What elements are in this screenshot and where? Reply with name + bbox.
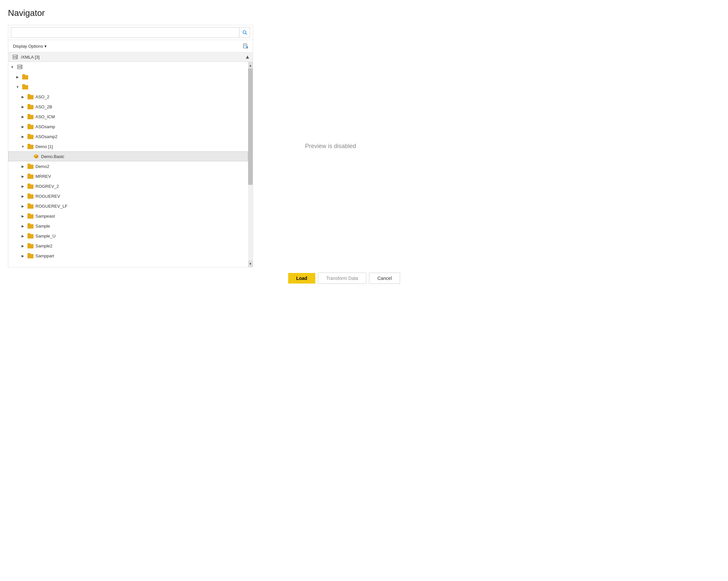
server-icon-server <box>17 64 23 70</box>
tree-toggle-sample2[interactable]: ▶ <box>20 243 26 248</box>
display-options-button[interactable]: Display Options ▾ <box>11 43 49 50</box>
server-icon <box>12 54 18 60</box>
tree-header-label: /XMLA [3] <box>21 55 40 60</box>
tree-collapse-button[interactable]: ▲ <box>245 54 250 60</box>
transform-data-button[interactable]: Transform Data <box>318 273 367 284</box>
tree-toggle-folder1[interactable]: ▶ <box>15 74 20 79</box>
search-button[interactable] <box>239 27 250 38</box>
folder-icon-sample2 <box>27 243 33 248</box>
tree-toggle-roguerev[interactable]: ▶ <box>20 194 26 199</box>
folder-icon-demo2 <box>27 163 33 169</box>
tree-label-sample_u: Sample_U <box>35 233 56 238</box>
cube-icon-demo_basic <box>33 154 39 159</box>
tree-toggle-asosamp2[interactable]: ▶ <box>20 134 26 139</box>
folder-icon-demo <box>27 144 33 149</box>
scrollbar-thumb[interactable] <box>248 62 253 185</box>
tree-item-rogrev2[interactable]: ▶ROGREV_2 <box>8 181 248 191</box>
svg-point-13 <box>21 66 22 66</box>
tree-toggle-demo2[interactable]: ▶ <box>20 163 26 169</box>
tree-label-sample2: Sample2 <box>35 244 52 248</box>
tree-toggle-rogrev2[interactable]: ▶ <box>20 183 26 189</box>
dialog-body: Display Options ▾ <box>8 25 400 267</box>
tree-toggle-folder2[interactable]: ▼ <box>15 84 20 90</box>
folder-icon-folder1 <box>22 74 28 79</box>
tree-toggle-sample_u[interactable]: ▶ <box>20 233 26 238</box>
tree-label-demo_basic: Demo.Basic <box>41 154 64 159</box>
dialog-title: Navigator <box>8 8 400 18</box>
tree-label-aso2b: ASO_2B <box>35 104 52 109</box>
folder-icon-rogrev2 <box>27 183 33 189</box>
tree-item-folder1[interactable]: ▶ <box>8 72 248 82</box>
tree-label-demo2: Demo2 <box>35 164 49 169</box>
folder-icon-sample_u <box>27 233 33 238</box>
folder-icon-roguerev <box>27 194 33 199</box>
svg-point-10 <box>16 58 17 59</box>
tree-item-aso2b[interactable]: ▶ASO_2B <box>8 102 248 111</box>
tree-label-sampeast: Sampeast <box>35 213 55 219</box>
navigator-dialog: Navigator Display Options ▾ <box>0 0 408 290</box>
tree-toggle-demo[interactable]: ▼ <box>20 144 26 149</box>
tree-label-aso2: ASO_2 <box>35 94 49 99</box>
folder-icon-sampeast <box>27 213 33 219</box>
tree-header: /XMLA [3] ▲ <box>8 52 253 62</box>
scroll-up-arrow[interactable]: ▲ <box>248 62 253 69</box>
folder-icon-aso_icm <box>27 114 33 119</box>
tree-label-demo: Demo [1] <box>35 144 53 149</box>
tree-label-asosamp2: ASOsamp2 <box>35 134 57 139</box>
right-panel: Preview is disabled <box>261 25 400 267</box>
tree-toggle-mrrev[interactable]: ▶ <box>20 174 26 179</box>
folder-icon-sample <box>27 223 33 229</box>
tree-toggle-asosamp[interactable]: ▶ <box>20 124 26 129</box>
tree-item-sampeast[interactable]: ▶Sampeast <box>8 211 248 221</box>
tree-label-aso_icm: ASO_ICM <box>35 114 55 119</box>
tree-item-sample2[interactable]: ▶Sample2 <box>8 241 248 251</box>
folder-icon-aso2 <box>27 94 33 99</box>
tree-list: ▼ ▶▼▶ASO_2▶ASO_2B▶ASO_ICM▶ASOsamp▶ASOsam… <box>8 62 253 261</box>
tree-item-aso_icm[interactable]: ▶ASO_ICM <box>8 111 248 122</box>
folder-icon-roguerev_lf <box>27 203 33 209</box>
tree-toggle-samppart[interactable]: ▶ <box>20 253 26 258</box>
tree-item-aso2[interactable]: ▶ASO_2 <box>8 92 248 102</box>
tree-toggle-sampeast[interactable]: ▶ <box>20 213 26 219</box>
search-input[interactable] <box>11 27 239 38</box>
tree-item-demo[interactable]: ▼Demo [1] <box>8 142 248 151</box>
tree-label-roguerev_lf: ROGUEREV_LF <box>35 204 68 209</box>
tree-item-asosamp2[interactable]: ▶ASOsamp2 <box>8 131 248 142</box>
tree-toggle-aso_icm[interactable]: ▶ <box>20 114 26 119</box>
svg-point-14 <box>21 68 22 69</box>
tree-item-server[interactable]: ▼ <box>8 62 248 72</box>
tree-label-rogrev2: ROGREV_2 <box>35 184 59 189</box>
folder-icon-samppart <box>27 253 33 258</box>
svg-line-1 <box>245 33 247 35</box>
preview-disabled-text: Preview is disabled <box>305 143 356 150</box>
tree-item-demo2[interactable]: ▶Demo2 <box>8 161 248 171</box>
svg-point-9 <box>16 56 17 56</box>
tree-toggle-server[interactable]: ▼ <box>9 64 15 70</box>
tree-item-folder2[interactable]: ▼ <box>8 82 248 92</box>
folder-icon-asosamp <box>27 124 33 129</box>
folder-icon-asosamp2 <box>27 134 33 139</box>
bottom-bar: Load Transform Data Cancel <box>8 267 400 290</box>
tree-item-demo_basic[interactable]: ▶ Demo.Basic <box>8 151 248 161</box>
cancel-button[interactable]: Cancel <box>369 273 400 284</box>
tree-item-sample_u[interactable]: ▶Sample_U <box>8 231 248 241</box>
tree-toggle-aso2b[interactable]: ▶ <box>20 104 26 109</box>
load-button[interactable]: Load <box>288 273 315 283</box>
tree-item-roguerev_lf[interactable]: ▶ROGUEREV_LF <box>8 201 248 211</box>
tree-label-mrrev: MRREV <box>35 174 51 179</box>
tree-toggle-aso2[interactable]: ▶ <box>20 94 26 99</box>
folder-icon-mrrev <box>27 174 33 179</box>
tree-item-asosamp[interactable]: ▶ASOsamp <box>8 122 248 131</box>
tree-item-mrrev[interactable]: ▶MRREV <box>8 171 248 181</box>
export-button[interactable] <box>241 42 250 51</box>
scroll-down-arrow[interactable]: ▼ <box>248 260 253 267</box>
tree-toggle-sample[interactable]: ▶ <box>20 223 26 229</box>
tree-item-samppart[interactable]: ▶Samppart <box>8 251 248 261</box>
tree-item-sample[interactable]: ▶Sample <box>8 221 248 231</box>
display-options-label: Display Options <box>13 44 43 49</box>
tree-toggle-roguerev_lf[interactable]: ▶ <box>20 203 26 209</box>
tree-label-samppart: Samppart <box>35 253 54 258</box>
tree-container[interactable]: ▼ ▶▼▶ASO_2▶ASO_2B▶ASO_ICM▶ASOsamp▶ASOsam… <box>8 62 253 267</box>
tree-item-roguerev[interactable]: ▶ROGUEREV <box>8 191 248 201</box>
tree-label-sample: Sample <box>35 224 50 229</box>
